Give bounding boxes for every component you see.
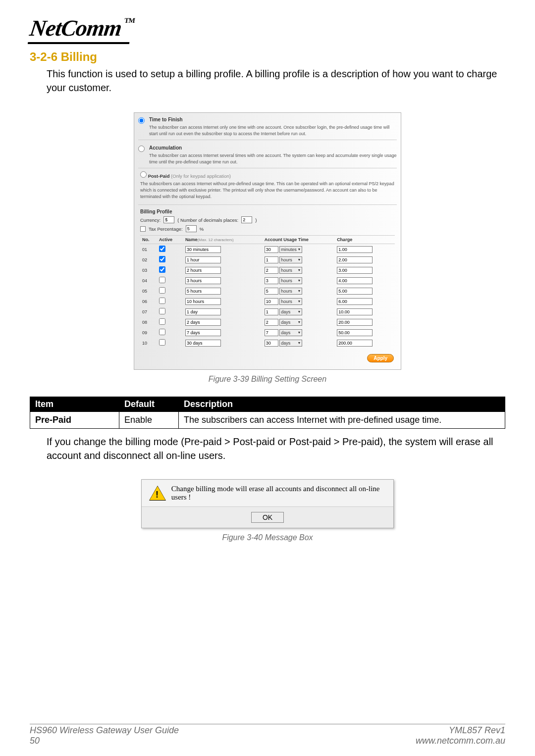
- charge-input[interactable]: [337, 298, 373, 305]
- active-checkbox[interactable]: [159, 287, 165, 294]
- col-no: No.: [140, 236, 157, 244]
- active-checkbox[interactable]: [159, 308, 165, 314]
- apply-button[interactable]: Apply: [367, 354, 394, 362]
- active-checkbox[interactable]: [159, 318, 165, 325]
- active-checkbox[interactable]: [159, 256, 165, 262]
- charge-input[interactable]: [337, 277, 373, 284]
- tax-input[interactable]: [186, 225, 197, 232]
- unit-select[interactable]: hours▼: [279, 277, 302, 284]
- mode-time-to-finish-desc: The subscriber can access Internet only …: [149, 124, 397, 137]
- table-row: 10 days▼: [140, 338, 395, 348]
- name-input[interactable]: [185, 288, 221, 295]
- name-input[interactable]: [185, 340, 221, 347]
- active-checkbox[interactable]: [159, 329, 165, 335]
- logo-text: NetComm: [28, 15, 123, 41]
- footer-revision: YML857 Rev1: [416, 725, 505, 736]
- table-row: 01 minutes▼: [140, 244, 395, 255]
- page-footer: HS960 Wireless Gateway User Guide 50 YML…: [30, 724, 505, 746]
- tax-checkbox[interactable]: [140, 226, 146, 232]
- cell-no: 03: [140, 265, 157, 275]
- charge-input[interactable]: [337, 329, 373, 336]
- mode-postpaid-subtitle: (Only for keypad application): [171, 173, 231, 179]
- table-row: 06 hours▼: [140, 296, 395, 306]
- charge-input[interactable]: [337, 340, 373, 347]
- mode-accumulation-desc: The subscriber can access Internet sever…: [149, 152, 397, 165]
- col-name-hint: (Max. 12 characters): [197, 238, 233, 242]
- unit-select[interactable]: days▼: [279, 308, 302, 315]
- cell-no: 01: [140, 244, 157, 255]
- figure-40-caption: Figure 3-40 Message Box: [30, 533, 505, 542]
- qty-input[interactable]: [265, 340, 278, 347]
- table-row: 09 days▼: [140, 327, 395, 338]
- col-usage: Account Usage Time: [263, 236, 335, 244]
- qty-input[interactable]: [265, 329, 278, 336]
- unit-select[interactable]: hours▼: [279, 298, 302, 305]
- decimals-input[interactable]: [241, 216, 252, 223]
- name-input[interactable]: [185, 277, 221, 284]
- qty-input[interactable]: [265, 308, 278, 315]
- billing-profile-label: Billing Profile: [134, 206, 401, 215]
- tax-label: Tax Percentage:: [149, 226, 183, 232]
- name-input[interactable]: [185, 319, 221, 326]
- charge-input[interactable]: [337, 288, 373, 295]
- radio-post-paid[interactable]: [140, 171, 147, 178]
- unit-select[interactable]: hours▼: [279, 256, 302, 263]
- col-charge: Charge: [335, 236, 395, 244]
- charge-input[interactable]: [337, 308, 373, 315]
- name-input[interactable]: [185, 298, 221, 305]
- qty-input[interactable]: [265, 319, 278, 326]
- qty-input[interactable]: [265, 256, 278, 263]
- radio-accumulation[interactable]: [138, 146, 145, 152]
- message-box: ! Change billing mode will erase all acc…: [141, 479, 394, 528]
- charge-input[interactable]: [337, 267, 373, 274]
- table-row: 05 hours▼: [140, 286, 395, 296]
- mode-postpaid-desc: The subscribers can access Internet with…: [140, 181, 395, 200]
- name-input[interactable]: [185, 308, 221, 315]
- name-input[interactable]: [185, 267, 221, 274]
- active-checkbox[interactable]: [159, 246, 165, 252]
- charge-input[interactable]: [337, 319, 373, 326]
- active-checkbox[interactable]: [159, 277, 165, 283]
- desc-default: Enable: [119, 412, 179, 429]
- charge-input[interactable]: [337, 256, 373, 263]
- ok-button[interactable]: OK: [251, 512, 284, 523]
- unit-select[interactable]: hours▼: [279, 288, 302, 295]
- logo-tm: TM: [124, 17, 135, 24]
- cell-no: 06: [140, 296, 157, 306]
- billing-table: No. Active Name(Max. 12 characters) Acco…: [140, 235, 395, 348]
- radio-time-to-finish[interactable]: [138, 117, 145, 124]
- mode-postpaid-title: Post-Paid: [148, 173, 170, 179]
- active-checkbox[interactable]: [159, 339, 165, 346]
- currency-input[interactable]: [163, 216, 174, 223]
- footer-page-number: 50: [30, 736, 179, 746]
- qty-input[interactable]: [265, 267, 278, 274]
- unit-select[interactable]: days▼: [279, 329, 302, 336]
- qty-input[interactable]: [265, 288, 278, 295]
- footer-url: www.netcomm.com.au: [416, 736, 505, 746]
- figure-39-caption: Figure 3-39 Billing Setting Screen: [30, 375, 505, 384]
- desc-description: The subscribers can access Internet with…: [179, 412, 505, 429]
- unit-select[interactable]: minutes▼: [279, 246, 302, 253]
- charge-input[interactable]: [337, 246, 373, 253]
- name-input[interactable]: [185, 246, 221, 253]
- cell-no: 08: [140, 317, 157, 327]
- cell-no: 07: [140, 306, 157, 317]
- table-row: 07 days▼: [140, 306, 395, 317]
- active-checkbox[interactable]: [159, 298, 165, 304]
- cell-no: 04: [140, 275, 157, 286]
- unit-select[interactable]: days▼: [279, 340, 302, 347]
- billing-settings-screenshot: Time to Finish The subscriber can access…: [134, 112, 401, 370]
- qty-input[interactable]: [265, 246, 278, 253]
- table-row: 04 hours▼: [140, 275, 395, 286]
- name-input[interactable]: [185, 256, 221, 263]
- active-checkbox[interactable]: [159, 266, 165, 273]
- tax-unit: %: [200, 226, 204, 232]
- currency-label: Currency:: [140, 217, 160, 223]
- name-input[interactable]: [185, 329, 221, 336]
- qty-input[interactable]: [265, 277, 278, 284]
- table-row: 08 days▼: [140, 317, 395, 327]
- unit-select[interactable]: hours▼: [279, 267, 302, 274]
- message-box-text: Change billing mode will erase all accou…: [171, 485, 385, 502]
- unit-select[interactable]: days▼: [279, 319, 302, 326]
- qty-input[interactable]: [265, 298, 278, 305]
